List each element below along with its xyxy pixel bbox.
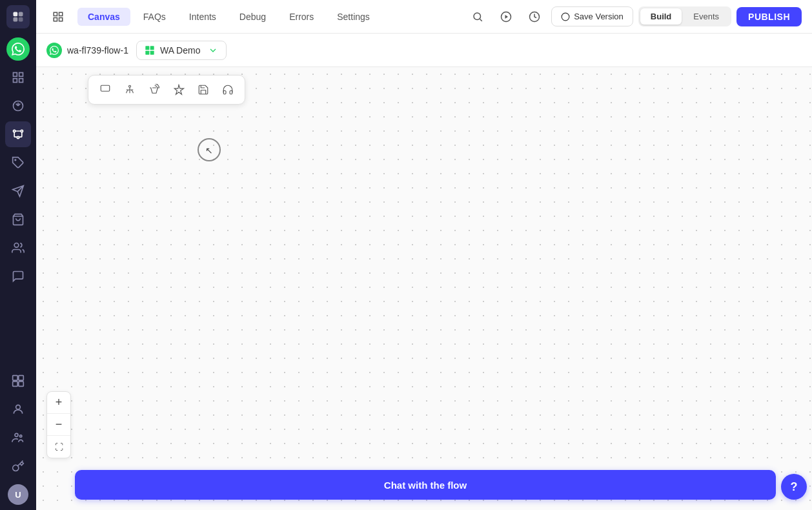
sidebar-item-analytics[interactable] [5, 93, 31, 119]
zoom-out-button[interactable]: − [47, 414, 70, 436]
svg-marker-27 [505, 15, 509, 19]
svg-point-13 [14, 243, 19, 248]
svg-rect-3 [19, 17, 23, 22]
tab-intents[interactable]: Intents [179, 8, 227, 26]
svg-point-29 [562, 13, 569, 21]
cursor-arrow-icon: ↖ [205, 145, 213, 156]
sidebar: U [0, 0, 36, 510]
svg-rect-17 [19, 382, 24, 387]
flow-name-text: wa-fl739-flow-1 [67, 45, 128, 56]
grid-menu-button[interactable] [46, 5, 70, 28]
cursor-indicator: ↖ [198, 138, 221, 161]
svg-point-20 [20, 435, 22, 437]
save-version-button[interactable]: Save Version [551, 6, 633, 26]
avatar-initials: U [15, 490, 21, 500]
zoom-fit-button[interactable]: ⛶ [47, 436, 70, 458]
svg-rect-0 [14, 12, 18, 17]
canvas-header: wa-fl739-flow-1 WA Demo [36, 34, 812, 67]
svg-rect-1 [19, 12, 23, 17]
floating-toolbar [88, 75, 245, 105]
svg-point-19 [15, 433, 18, 436]
history-button[interactable] [523, 5, 546, 28]
svg-rect-32 [145, 50, 149, 54]
broadcast-tool-button[interactable] [143, 79, 166, 100]
sidebar-item-commerce[interactable] [5, 207, 31, 232]
svg-point-11 [17, 136, 19, 138]
publish-button[interactable]: PUBLISH [736, 7, 802, 26]
svg-point-35 [129, 85, 131, 87]
svg-rect-14 [13, 376, 18, 381]
tab-faqs[interactable]: FAQs [133, 8, 176, 26]
sidebar-item-tags[interactable] [5, 150, 31, 176]
search-button[interactable] [466, 5, 489, 28]
sidebar-item-grid[interactable] [5, 65, 31, 90]
svg-rect-23 [54, 17, 57, 21]
zoom-in-button[interactable]: + [47, 392, 70, 414]
canvas-container: wa-fl739-flow-1 WA Demo [36, 34, 812, 510]
canvas[interactable]: ↖ + − ⛶ Chat with the flow ? [36, 67, 812, 510]
svg-rect-33 [150, 50, 154, 54]
tab-debug[interactable]: Debug [229, 8, 276, 26]
help-button[interactable]: ? [781, 474, 807, 500]
svg-point-12 [15, 159, 16, 161]
svg-rect-31 [150, 46, 154, 50]
save-tool-button[interactable] [192, 79, 215, 100]
svg-rect-16 [13, 382, 18, 387]
agent-tool-button[interactable] [216, 79, 239, 100]
select-tool-button[interactable] [94, 79, 117, 100]
svg-rect-2 [14, 17, 18, 22]
tab-errors[interactable]: Errors [279, 8, 324, 26]
svg-rect-30 [145, 46, 149, 50]
app-logo[interactable] [6, 5, 30, 28]
top-navbar: Canvas FAQs Intents Debug Errors Setting… [36, 0, 812, 34]
build-events-toggle: Build Events [638, 6, 731, 26]
svg-rect-6 [14, 79, 17, 83]
zoom-controls: + − ⛶ [46, 391, 71, 458]
svg-rect-15 [19, 376, 24, 381]
workspace-selector[interactable]: WA Demo [136, 41, 227, 60]
whatsapp-badge [6, 37, 30, 61]
anchor-tool-button[interactable] [118, 79, 141, 100]
user-avatar[interactable]: U [8, 484, 28, 505]
svg-rect-21 [54, 12, 57, 15]
svg-point-18 [16, 405, 21, 409]
svg-rect-5 [19, 73, 23, 77]
sidebar-item-audience[interactable] [5, 396, 31, 422]
sidebar-item-key[interactable] [5, 453, 31, 479]
sidebar-item-flows[interactable] [5, 121, 31, 147]
sidebar-item-messages[interactable] [5, 263, 31, 289]
flow-wa-badge [46, 43, 62, 58]
sidebar-item-team[interactable] [5, 425, 31, 451]
svg-rect-7 [19, 79, 23, 83]
sidebar-item-campaigns[interactable] [5, 178, 31, 204]
svg-rect-34 [101, 85, 110, 91]
build-tab[interactable]: Build [640, 8, 682, 25]
svg-point-10 [21, 130, 23, 132]
ai-tool-button[interactable] [167, 79, 190, 100]
play-button[interactable] [494, 5, 518, 28]
svg-point-25 [474, 13, 481, 20]
svg-rect-22 [59, 12, 63, 15]
sidebar-item-contacts[interactable] [5, 235, 31, 261]
chat-flow-button[interactable]: Chat with the flow [75, 470, 776, 500]
svg-point-9 [14, 130, 15, 132]
svg-rect-4 [14, 73, 17, 77]
svg-rect-24 [59, 17, 63, 21]
flow-name: wa-fl739-flow-1 [46, 41, 128, 59]
workspace-name: WA Demo [160, 45, 201, 56]
sidebar-item-integrations[interactable] [5, 368, 31, 394]
tab-settings[interactable]: Settings [327, 8, 380, 26]
tab-canvas[interactable]: Canvas [77, 8, 130, 26]
events-tab[interactable]: Events [683, 8, 729, 25]
workspace-chevron-icon [208, 45, 218, 56]
main-area: Canvas FAQs Intents Debug Errors Setting… [36, 0, 812, 510]
navbar-actions: Save Version Build Events PUBLISH [466, 5, 802, 28]
